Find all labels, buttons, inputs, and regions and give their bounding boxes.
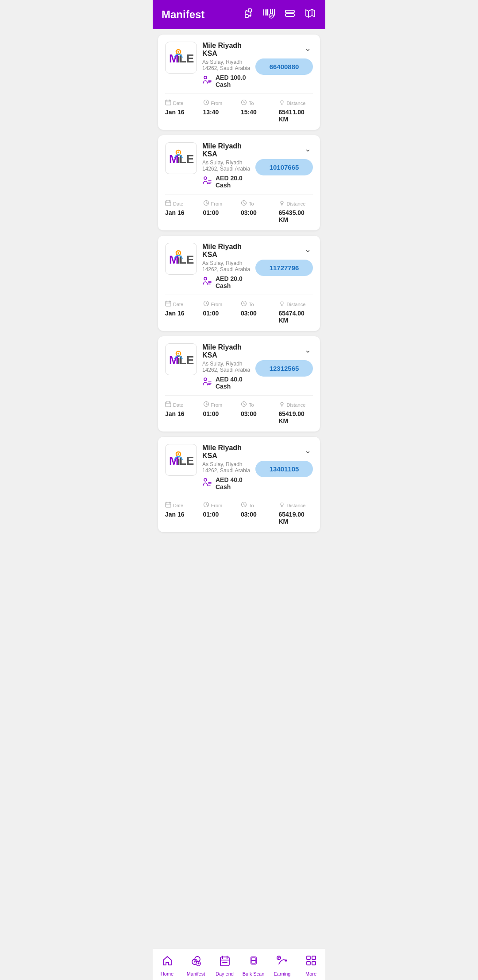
card-amount-row-5: AED 40.0 Cash (202, 476, 255, 490)
detail-to-value-2: 03:00 (241, 209, 257, 216)
nav-item-earning[interactable]: Earning (268, 953, 297, 978)
card-4: M i LE Mile Riyadh KSA As Sulay, Riyadh … (158, 336, 320, 432)
svg-point-79 (204, 378, 207, 381)
location-icon-5 (279, 502, 285, 509)
clock-from-icon-4 (203, 401, 209, 408)
card-2: M i LE Mile Riyadh KSA As Sulay, Riyadh … (158, 135, 320, 230)
card-amount-3: AED 20.0 Cash (216, 275, 255, 289)
ticket-btn-2[interactable]: 10107665 (255, 159, 313, 175)
ticket-btn-3[interactable]: 11727796 (255, 260, 313, 276)
chevron-btn-4[interactable]: ⌄ (303, 343, 313, 357)
svg-line-49 (206, 203, 208, 204)
svg-line-52 (244, 203, 245, 204)
card-header-2: M i LE Mile Riyadh KSA As Sulay, Riyadh … (165, 142, 313, 189)
svg-point-98 (177, 453, 179, 455)
detail-from-label-row-4: From (203, 401, 223, 408)
clock-to-icon-2 (241, 200, 247, 207)
more-icon (305, 954, 317, 969)
detail-date-5: Date Jan 16 (165, 502, 200, 525)
logo-box-1: M i LE (165, 42, 197, 74)
calendar-icon-1 (165, 99, 171, 107)
detail-to-1: To 15:40 (241, 99, 275, 123)
nav-label-more: More (305, 971, 316, 976)
svg-point-73 (281, 302, 283, 304)
detail-to-3: To 03:00 (241, 300, 275, 324)
svg-rect-4 (266, 9, 268, 16)
nav-item-manifest[interactable]: Manifest (181, 953, 210, 978)
refresh-icon[interactable] (242, 7, 254, 22)
detail-from-label-row-3: From (203, 300, 223, 308)
svg-rect-83 (166, 402, 171, 407)
card-subtitle-2: As Sulay, Riyadh 14262, Saudi Arabia (202, 159, 255, 172)
detail-to-label-row-2: To (241, 200, 254, 207)
detail-distance-2: Distance 65435.00 KM (279, 200, 313, 223)
header-icons (242, 7, 316, 22)
nav-item-home[interactable]: Home (153, 953, 181, 978)
nav-item-more[interactable]: More (297, 953, 325, 978)
detail-from-label-row-1: From (203, 99, 223, 107)
card-details-5: Date Jan 16 From 01:00 To (165, 496, 313, 525)
svg-line-69 (206, 303, 208, 304)
calendar-icon-5 (165, 502, 171, 509)
clock-to-icon-3 (241, 300, 247, 308)
svg-rect-132 (312, 961, 316, 965)
detail-from-1: From 13:40 (203, 99, 238, 123)
detail-from-2: From 01:00 (203, 200, 238, 223)
detail-distance-4: Distance 65419.00 KM (279, 401, 313, 424)
detail-to-label-row-3: To (241, 300, 254, 308)
detail-date-label-row-1: Date (165, 99, 183, 107)
svg-rect-131 (307, 961, 310, 965)
svg-point-59 (204, 277, 207, 280)
app-header: Manifest (153, 0, 325, 29)
map-icon[interactable] (304, 7, 316, 22)
calendar-icon-2 (165, 200, 171, 207)
ticket-btn-5[interactable]: 13401105 (255, 461, 313, 477)
chevron-btn-5[interactable]: ⌄ (303, 444, 313, 457)
barcode-icon[interactable] (262, 7, 276, 22)
logo-box-4: M i LE (165, 343, 197, 375)
card-subtitle-1: As Sulay, Riyadh 14262, Saudi Arabia (202, 59, 255, 71)
detail-from-label-row-5: From (203, 502, 223, 509)
detail-from-value-2: 01:00 (203, 209, 219, 216)
card-amount-4: AED 40.0 Cash (216, 376, 255, 390)
detail-to-value-1: 15:40 (241, 109, 257, 116)
detail-date-label-row-3: Date (165, 300, 183, 308)
detail-date-value-2: Jan 16 (165, 209, 185, 216)
card-header-1: M i LE Mile Riyadh KSA As Sulay, Riyadh … (165, 42, 313, 88)
card-subtitle-5: As Sulay, Riyadh 14262, Saudi Arabia (202, 461, 255, 474)
svg-rect-63 (166, 301, 171, 306)
svg-rect-130 (312, 956, 316, 960)
nav-item-bulk-scan[interactable]: Bulk Scan (239, 953, 268, 978)
detail-distance-3: Distance 65474.00 KM (279, 300, 313, 324)
stack-icon[interactable] (284, 7, 296, 22)
card-title-5: Mile Riyadh KSA (202, 444, 255, 460)
card-3: M i LE Mile Riyadh KSA As Sulay, Riyadh … (158, 236, 320, 331)
detail-distance-value-4: 65419.00 KM (279, 410, 313, 424)
chevron-btn-3[interactable]: ⌄ (303, 243, 313, 256)
detail-date-3: Date Jan 16 (165, 300, 200, 324)
ticket-btn-4[interactable]: 12312565 (255, 360, 313, 377)
detail-distance-value-5: 65419.00 KM (279, 511, 313, 525)
detail-from-label-row-2: From (203, 200, 223, 207)
detail-to-4: To 03:00 (241, 401, 275, 424)
card-amount-2: AED 20.0 Cash (216, 175, 255, 189)
chevron-btn-1[interactable]: ⌄ (303, 42, 313, 55)
chevron-btn-2[interactable]: ⌄ (303, 142, 313, 156)
detail-to-5: To 03:00 (241, 502, 275, 525)
detail-date-label-row-4: Date (165, 401, 183, 408)
detail-date-value-1: Jan 16 (165, 109, 185, 116)
nav-item-day-end[interactable]: Day end (210, 953, 239, 978)
svg-point-116 (194, 961, 195, 963)
card-amount-row-1: AED 100.0 Cash (202, 74, 255, 88)
nav-label-day-end: Day end (216, 971, 234, 976)
ticket-btn-1[interactable]: 66400880 (255, 58, 313, 75)
detail-distance-label-row-5: Distance (279, 502, 306, 509)
svg-text:LE: LE (179, 454, 194, 467)
svg-point-78 (177, 353, 179, 354)
clock-from-icon-5 (203, 502, 209, 509)
detail-date-label-row-2: Date (165, 200, 183, 207)
logo-box-2: M i LE (165, 142, 197, 174)
svg-point-33 (281, 101, 283, 103)
earning-icon (276, 954, 289, 969)
svg-line-112 (244, 505, 245, 506)
